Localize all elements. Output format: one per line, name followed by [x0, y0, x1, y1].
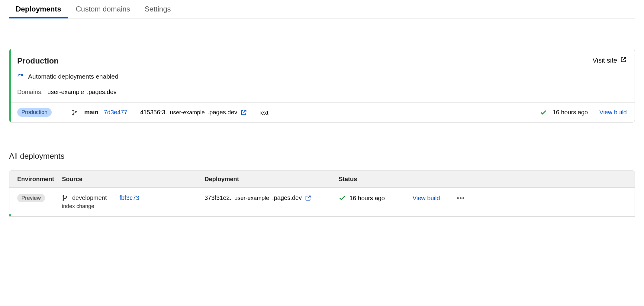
git-branch-icon [72, 109, 78, 116]
url-suffix: .pages.dev [208, 109, 237, 116]
timestamp: 16 hours ago [349, 195, 385, 202]
auto-deploy-label: Automatic deployments enabled [28, 73, 118, 80]
all-deployments-title: All deployments [9, 151, 635, 161]
timestamp: 16 hours ago [552, 109, 588, 116]
svg-point-5 [66, 196, 67, 197]
domains-label: Domains: [17, 89, 43, 95]
view-build-link[interactable]: View build [413, 195, 440, 202]
table-header: Environment Source Deployment Status [9, 171, 635, 188]
tab-custom-domains[interactable]: Custom domains [76, 0, 130, 18]
auto-deploy-status: Automatic deployments enabled [9, 69, 635, 84]
domains-row: Domains: user-example .pages.dev [9, 84, 635, 102]
view-build-link[interactable]: View build [599, 109, 627, 116]
git-branch-icon [62, 195, 68, 201]
col-deployment: Deployment [204, 176, 339, 183]
branch-name: development [72, 194, 107, 201]
production-card: Production Visit site Automatic deployme… [9, 49, 635, 122]
tabs: Deployments Custom domains Settings [9, 0, 635, 18]
url-user: user-example [234, 195, 269, 201]
domain-suffix: .pages.dev [87, 89, 117, 95]
visit-site-label: Visit site [592, 57, 617, 64]
card-header: Production Visit site [9, 49, 635, 69]
url-user: user-example [170, 109, 205, 116]
commit-link[interactable]: fbf3c73 [120, 194, 140, 201]
deployments-table: Environment Source Deployment Status Pre… [9, 171, 635, 216]
col-environment: Environment [17, 176, 62, 183]
external-link-icon[interactable] [305, 195, 311, 201]
text-label: Text [259, 110, 269, 117]
svg-point-3 [63, 195, 64, 197]
production-deploy-row: Production main 7d3e477 415356f3. user-e… [9, 102, 635, 122]
svg-point-1 [72, 114, 74, 115]
tab-deployments[interactable]: Deployments [16, 0, 61, 18]
table-row: Preview development fbf3c73 index change… [9, 188, 635, 216]
deployment-url[interactable]: 415356f3. user-example .pages.dev [140, 109, 247, 116]
external-link-icon [620, 56, 627, 65]
check-icon [540, 109, 547, 116]
url-suffix: .pages.dev [272, 194, 302, 201]
commit-message: index change [62, 203, 204, 210]
tab-settings[interactable]: Settings [145, 0, 171, 18]
environment-badge: Production [17, 108, 52, 117]
external-link-icon[interactable] [240, 109, 247, 116]
refresh-icon [17, 73, 23, 80]
url-hash: 373f31e2. [204, 194, 231, 201]
url-hash: 415356f3. [140, 109, 167, 116]
card-title: Production [17, 56, 59, 66]
svg-point-4 [63, 199, 64, 200]
svg-point-0 [72, 110, 74, 111]
check-icon [339, 194, 346, 202]
col-status: Status [339, 176, 627, 183]
more-actions-icon[interactable]: ••• [457, 195, 465, 202]
deployment-url[interactable]: 373f31e2. user-example .pages.dev [204, 194, 311, 201]
svg-point-2 [76, 111, 77, 112]
col-source: Source [62, 176, 204, 183]
domain-name: user-example [47, 89, 84, 95]
commit-link[interactable]: 7d3e477 [104, 109, 127, 116]
branch-name: main [84, 109, 98, 116]
environment-badge: Preview [17, 194, 45, 202]
visit-site-link[interactable]: Visit site [592, 56, 627, 65]
